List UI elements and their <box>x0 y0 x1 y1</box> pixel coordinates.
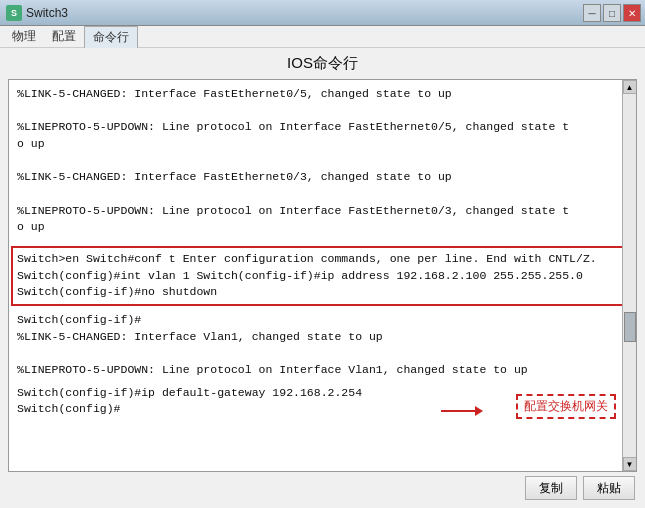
gateway-line-text: Switch(config-if)#ip default-gateway 192… <box>17 386 362 399</box>
page-title: IOS命令行 <box>8 54 637 73</box>
scrollbar-thumb[interactable] <box>624 312 636 342</box>
terminal-container: %LINK-5-CHANGED: Interface FastEthernet0… <box>8 79 637 472</box>
copy-button[interactable]: 复制 <box>525 476 577 500</box>
gateway-section: Switch(config-if)#ip default-gateway 192… <box>9 385 636 418</box>
scroll-up-button[interactable]: ▲ <box>623 80 637 94</box>
scrollbar[interactable]: ▲ ▼ <box>622 80 636 471</box>
menu-bar: 物理 配置 命令行 <box>0 26 645 48</box>
window-controls: ─ □ ✕ <box>583 4 641 22</box>
menu-config[interactable]: 配置 <box>44 26 84 47</box>
close-button[interactable]: ✕ <box>623 4 641 22</box>
menu-physical[interactable]: 物理 <box>4 26 44 47</box>
scrollbar-track <box>623 94 637 457</box>
menu-cmdline[interactable]: 命令行 <box>84 26 138 48</box>
scroll-down-button[interactable]: ▼ <box>623 457 637 471</box>
title-bar: S Switch3 ─ □ ✕ <box>0 0 645 26</box>
terminal-top-text: %LINK-5-CHANGED: Interface FastEthernet0… <box>9 80 636 242</box>
input-block: Switch>en Switch#conf t Enter configurat… <box>11 246 636 306</box>
paste-button[interactable]: 粘贴 <box>583 476 635 500</box>
minimize-button[interactable]: ─ <box>583 4 601 22</box>
window-title: Switch3 <box>26 6 68 20</box>
maximize-button[interactable]: □ <box>603 4 621 22</box>
main-area: IOS命令行 %LINK-5-CHANGED: Interface FastEt… <box>0 48 645 508</box>
app-icon: S <box>6 5 22 21</box>
bottom-bar: 复制 粘贴 <box>8 472 637 502</box>
terminal-scroll[interactable]: %LINK-5-CHANGED: Interface FastEthernet0… <box>9 80 636 471</box>
last-line-text: Switch(config)# <box>17 402 121 415</box>
terminal-middle-text: Switch(config-if)# %LINK-5-CHANGED: Inte… <box>9 310 636 385</box>
